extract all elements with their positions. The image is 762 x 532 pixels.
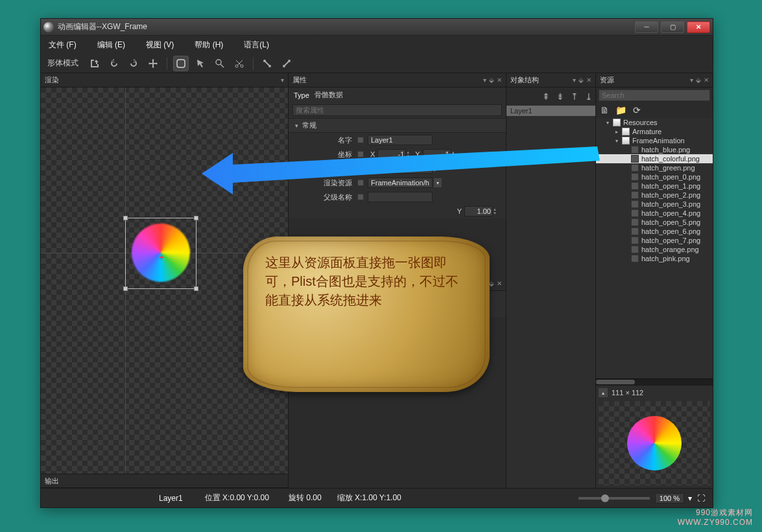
zoom-dropdown-icon[interactable]: ▾ (688, 494, 692, 503)
menu-lang[interactable]: 语言(L) (244, 40, 269, 51)
name-label: 名字 (295, 135, 352, 145)
rotate-checkbox[interactable] (357, 165, 364, 172)
name-input[interactable] (368, 135, 433, 145)
tool-redo-icon[interactable] (126, 56, 141, 71)
coord-checkbox[interactable] (357, 151, 364, 157)
minimize-button[interactable]: ─ (635, 21, 658, 33)
close-icon[interactable]: ✕ (586, 76, 591, 84)
close-icon[interactable]: ✕ (497, 76, 502, 84)
preview-collapse-icon[interactable]: ▴ (599, 388, 608, 397)
menu-file[interactable]: 文件 (F) (49, 40, 77, 51)
parent-label: 父级名称 (295, 192, 352, 202)
status-rotate: 旋转 0.00 (289, 492, 322, 503)
send-back-icon[interactable]: ⤓ (585, 91, 593, 102)
file-item[interactable]: hatch_orange.png (596, 245, 713, 254)
folder-icon[interactable]: 📁 (615, 105, 626, 115)
menu-view[interactable]: 视图 (V) (146, 40, 174, 51)
watermark: 990游戏素材网 WWW.ZY990.COM (678, 508, 753, 528)
status-scale: 缩放 X:1.00 Y:1.00 (337, 492, 401, 503)
file-item[interactable]: hatch_open_2.png (596, 191, 713, 200)
selection-box[interactable] (125, 218, 196, 289)
resources-panel-header: 资源 ▾ ⬙ ✕ (596, 73, 713, 87)
refresh-icon[interactable]: ⟳ (633, 105, 641, 115)
align-top-icon[interactable]: ⇞ (542, 91, 550, 102)
coord-y-input[interactable] (423, 149, 451, 159)
svg-line-10 (285, 62, 289, 65)
tool-bone1-icon[interactable] (259, 56, 275, 71)
dropdown-icon[interactable]: ▾ (573, 76, 576, 84)
titlebar: 动画编辑器--XGW_Frame ─ ▢ ✕ (41, 19, 713, 36)
render-panel-header: 渲染 ▾ (41, 73, 288, 87)
close-icon[interactable]: ✕ (704, 76, 709, 84)
tool-shape-icon[interactable] (173, 56, 189, 71)
svg-point-1 (216, 60, 221, 65)
dropdown-icon[interactable]: ▾ (281, 76, 284, 84)
obj-struct-panel-title: 对象结构 (510, 75, 539, 85)
pin-icon[interactable]: ⬙ (578, 76, 584, 84)
resize-handle-bl[interactable] (123, 286, 128, 291)
resize-handle-tr[interactable] (194, 216, 198, 220)
section-general[interactable]: 常规 (289, 118, 506, 133)
resize-handle-tl[interactable] (123, 216, 128, 220)
file-icon[interactable]: 🗎 (600, 105, 609, 115)
horizontal-scrollbar[interactable] (596, 378, 713, 385)
pin-icon[interactable]: ⬙ (696, 76, 701, 84)
coord-label: 坐标 (295, 150, 352, 159)
resize-handle-br[interactable] (194, 286, 198, 291)
file-item[interactable]: hatch_green.png (596, 163, 713, 172)
rotate-input[interactable] (368, 163, 433, 174)
file-item[interactable]: hatch_open_6.png (596, 227, 713, 236)
shape-mode-label[interactable]: 形体模式 (47, 58, 78, 69)
renderres-dropdown-icon[interactable]: ▾ (434, 178, 442, 187)
fit-screen-icon[interactable]: ⛶ (697, 494, 705, 503)
file-item[interactable]: hatch_open_5.png (596, 218, 713, 227)
resources-tree[interactable]: ▾Resources ▸Armature ▾FrameAnimation hat… (596, 118, 713, 378)
properties-panel-header: 属性 ▾ ⬙ ✕ (289, 73, 506, 87)
dropdown-icon[interactable]: ▾ (690, 76, 693, 84)
close-button[interactable]: ✕ (687, 21, 710, 33)
object-item-layer1[interactable]: Layer1 (506, 106, 595, 116)
preview-image (627, 416, 682, 470)
name-checkbox[interactable] (357, 137, 364, 143)
app-window: 动画编辑器--XGW_Frame ─ ▢ ✕ 文件 (F) 编辑 (E) 视图 … (40, 18, 713, 508)
close-icon[interactable]: ✕ (497, 280, 502, 287)
render-panel-title: 渲染 (45, 75, 59, 85)
scale-y-input[interactable] (464, 206, 493, 216)
file-item[interactable]: hatch_pink.png (596, 254, 713, 263)
obj-struct-panel-header: 对象结构 ▾ ⬙ ✕ (506, 73, 595, 87)
file-item[interactable]: hatch_open_3.png (596, 200, 713, 209)
menu-edit[interactable]: 编辑 (E) (97, 40, 125, 51)
object-tree[interactable]: Layer1 (506, 106, 595, 488)
resources-search-input[interactable] (599, 89, 710, 101)
file-item[interactable]: hatch_open_0.png (596, 172, 713, 181)
pin-icon[interactable]: ⬙ (489, 280, 494, 287)
file-item[interactable]: hatch_open_1.png (596, 181, 713, 191)
file-item[interactable]: hatch_open_7.png (596, 236, 713, 245)
tool-zoom-icon[interactable] (212, 56, 228, 71)
tool-bone2-icon[interactable] (279, 56, 294, 71)
parent-checkbox[interactable] (357, 194, 364, 200)
file-item[interactable]: hatch_open_4.png (596, 209, 713, 218)
tool-cut-icon[interactable] (232, 56, 247, 71)
menu-help[interactable]: 帮助 (H) (195, 40, 223, 51)
file-item[interactable]: hatch_blue.png (596, 145, 713, 154)
coord-x-input[interactable] (377, 149, 406, 159)
renderres-input[interactable] (368, 178, 433, 188)
tool-undo-icon[interactable] (106, 56, 122, 71)
bring-front-icon[interactable]: ⤒ (571, 91, 578, 102)
pin-icon[interactable]: ⬙ (489, 76, 494, 84)
tool-pointer-icon[interactable] (193, 56, 208, 71)
tool-select-icon[interactable] (87, 56, 102, 71)
zoom-value[interactable]: 100 % (655, 493, 684, 503)
maximize-button[interactable]: ▢ (661, 21, 684, 33)
dropdown-icon[interactable]: ▾ (483, 76, 486, 84)
property-search-input[interactable] (292, 104, 502, 116)
tool-move-icon[interactable] (145, 56, 161, 71)
rotate-label: 旋转 (295, 164, 352, 174)
zoom-slider[interactable] (578, 497, 650, 500)
align-bottom-icon[interactable]: ⇟ (556, 91, 564, 102)
window-title: 动画编辑器--XGW_Frame (58, 21, 632, 32)
file-item-selected[interactable]: hatch_colorful.png (596, 154, 713, 163)
parent-input[interactable] (368, 192, 433, 202)
renderres-checkbox[interactable] (357, 179, 364, 186)
